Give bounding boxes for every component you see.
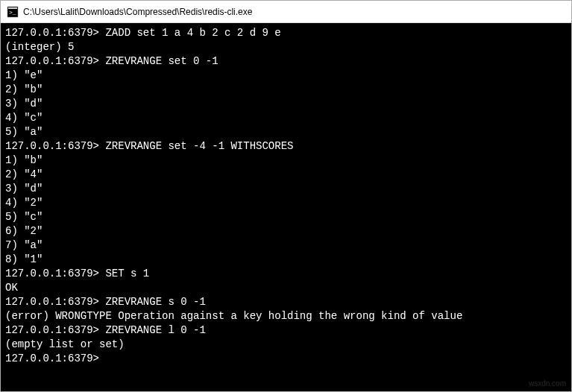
terminal-text: ZREVRANGE s 0 -1: [99, 296, 206, 308]
window-title-bar: >_ C:\Users\Lalit\Downloads\Compressed\R…: [1, 1, 571, 23]
terminal-text: 6) "2": [5, 225, 43, 237]
terminal-line: 127.0.0.1:6379> ZREVRANGE set 0 -1: [5, 54, 567, 69]
terminal-text: 1) "e": [5, 69, 43, 81]
terminal-text: ZREVRANGE set 0 -1: [99, 55, 219, 67]
terminal-prompt: 127.0.0.1:6379>: [5, 353, 99, 364]
terminal-text: 7) "a": [5, 239, 43, 251]
terminal-line: 8) "1": [5, 253, 567, 267]
terminal-line: 127.0.0.1:6379> ZREVRANGE set -4 -1 WITH…: [5, 139, 567, 154]
terminal-line: 127.0.0.1:6379>: [5, 352, 567, 366]
app-icon: >_: [7, 6, 19, 18]
terminal-line: 4) "c": [5, 111, 567, 125]
terminal-text: ZADD set 1 a 4 b 2 c 2 d 9 e: [99, 27, 281, 39]
terminal-line: 2) "4": [5, 168, 567, 182]
terminal-line: 5) "c": [5, 210, 567, 224]
terminal-text: ZREVRANGE l 0 -1: [99, 324, 206, 336]
terminal-text: 5) "a": [5, 126, 43, 138]
terminal-text: 3) "d": [5, 98, 43, 110]
terminal-prompt: 127.0.0.1:6379>: [5, 140, 99, 152]
terminal-text: 2) "b": [5, 83, 43, 95]
terminal-text: 1) "b": [5, 154, 43, 166]
terminal-line: 127.0.0.1:6379> SET s 1: [5, 267, 567, 281]
terminal-line: (error) WRONGTYPE Operation against a ke…: [5, 309, 567, 323]
terminal-line: (empty list or set): [5, 338, 567, 352]
terminal-line: 6) "2": [5, 224, 567, 238]
terminal-text: 2) "4": [5, 168, 43, 180]
terminal-text: 8) "1": [5, 253, 43, 265]
terminal-line: 2) "b": [5, 83, 567, 97]
terminal-line: 127.0.0.1:6379> ZREVRANGE s 0 -1: [5, 295, 567, 309]
terminal-text: 5) "c": [5, 211, 43, 223]
svg-text:>_: >_: [9, 9, 16, 16]
terminal-text: ZREVRANGE set -4 -1 WITHSCORES: [99, 140, 293, 152]
terminal-prompt: 127.0.0.1:6379>: [5, 27, 99, 39]
terminal-text: 4) "c": [5, 112, 43, 124]
terminal-output[interactable]: 127.0.0.1:6379> ZADD set 1 a 4 b 2 c 2 d…: [1, 23, 571, 391]
terminal-text: OK: [5, 282, 18, 294]
terminal-line: 1) "b": [5, 154, 567, 168]
terminal-line: 7) "a": [5, 238, 567, 253]
terminal-prompt: 127.0.0.1:6379>: [5, 268, 99, 279]
terminal-text: (integer) 5: [5, 41, 74, 53]
terminal-prompt: 127.0.0.1:6379>: [5, 55, 99, 67]
terminal-line: (integer) 5: [5, 40, 567, 54]
terminal-line: 3) "d": [5, 97, 567, 111]
terminal-line: OK: [5, 281, 567, 295]
window-title: C:\Users\Lalit\Downloads\Compressed\Redi…: [23, 7, 252, 17]
terminal-line: 127.0.0.1:6379> ZREVRANGE l 0 -1: [5, 323, 567, 338]
terminal-text: (error) WRONGTYPE Operation against a ke…: [5, 310, 462, 322]
terminal-line: 4) "2": [5, 196, 567, 210]
terminal-line: 5) "a": [5, 125, 567, 139]
watermark: wsxdn.com: [529, 379, 566, 388]
terminal-text: 4) "2": [5, 197, 43, 209]
terminal-line: 3) "d": [5, 182, 567, 196]
terminal-prompt: 127.0.0.1:6379>: [5, 296, 99, 308]
terminal-prompt: 127.0.0.1:6379>: [5, 324, 99, 336]
terminal-text: (empty list or set): [5, 338, 125, 350]
terminal-text: 3) "d": [5, 183, 43, 195]
terminal-line: 1) "e": [5, 69, 567, 83]
terminal-line: 127.0.0.1:6379> ZADD set 1 a 4 b 2 c 2 d…: [5, 26, 567, 40]
terminal-text: SET s 1: [99, 268, 149, 279]
